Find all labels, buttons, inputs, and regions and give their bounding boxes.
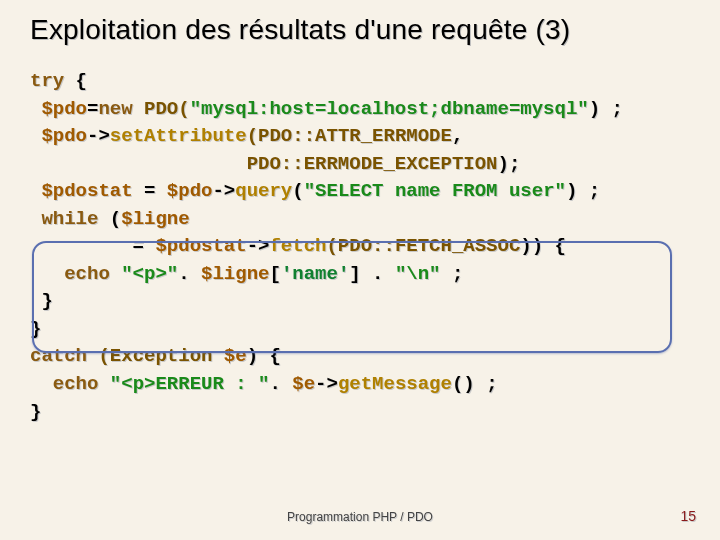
- kw-try: try: [30, 70, 64, 92]
- slide-title: Exploitation des résultats d'une requête…: [30, 14, 690, 46]
- var-pdo: $pdo: [30, 98, 87, 120]
- footer-text: Programmation PHP / PDO: [0, 510, 720, 524]
- var-pdostat: $pdostat: [30, 180, 133, 202]
- page-number: 15: [680, 508, 696, 524]
- dsn-string: "mysql:host=localhost;dbname=mysql": [190, 98, 589, 120]
- code-block: try { $pdo=new PDO("mysql:host=localhost…: [30, 68, 690, 426]
- sql-string: "SELECT name FROM user": [304, 180, 566, 202]
